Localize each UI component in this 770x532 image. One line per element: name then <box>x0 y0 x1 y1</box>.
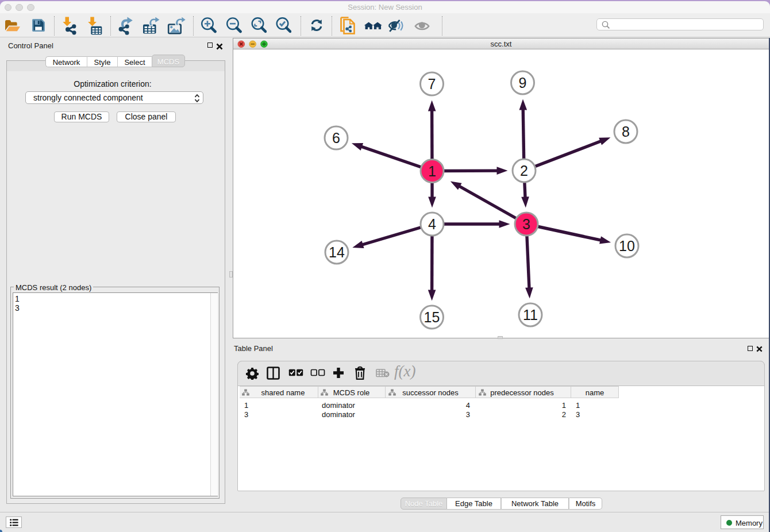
svg-text:11: 11 <box>523 307 538 323</box>
svg-text:3: 3 <box>522 216 530 232</box>
svg-text:8: 8 <box>622 124 630 140</box>
svg-text:4: 4 <box>428 216 436 232</box>
svg-text:2: 2 <box>520 163 528 179</box>
svg-text:7: 7 <box>428 76 436 92</box>
svg-text:10: 10 <box>619 238 635 254</box>
svg-text:1: 1 <box>428 163 436 179</box>
svg-text:15: 15 <box>424 309 440 325</box>
svg-text:14: 14 <box>329 244 345 260</box>
svg-text:6: 6 <box>332 130 340 146</box>
svg-text:9: 9 <box>519 75 527 91</box>
